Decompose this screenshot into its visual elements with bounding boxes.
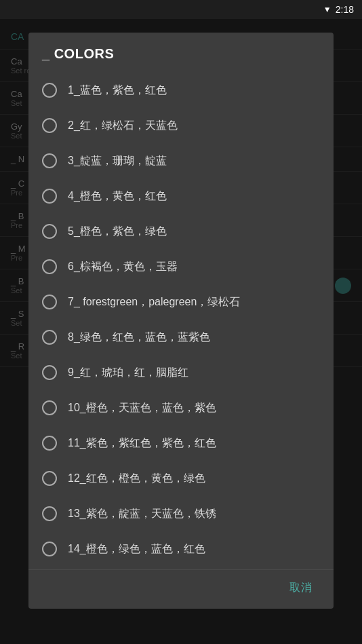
color-option-label: 4_橙色，黄色，红色 [68,189,167,204]
radio-button[interactable] [42,83,57,98]
list-item[interactable]: 13_紫色，靛蓝，天蓝色，铁锈 [28,496,334,531]
cancel-button[interactable]: 取消 [279,575,323,601]
color-options-list[interactable]: 1_蓝色，紫色，红色2_红，绿松石，天蓝色3_靛蓝，珊瑚，靛蓝4_橙色，黄色，红… [28,70,334,569]
list-item[interactable]: 1_蓝色，紫色，红色 [28,73,334,108]
radio-button[interactable] [42,542,57,556]
list-item[interactable]: 4_橙色，黄色，红色 [28,178,334,214]
color-option-label: 10_橙色，天蓝色，蓝色，紫色 [68,400,216,415]
color-option-label: 8_绿色，红色，蓝色，蓝紫色 [68,330,210,345]
list-item[interactable]: 11_紫色，紫红色，紫色，红色 [28,425,334,461]
color-option-label: 6_棕褐色，黄色，玉器 [68,259,178,274]
color-option-label: 11_紫色，紫红色，紫色，红色 [68,436,216,451]
list-item[interactable]: 12_红色，橙色，黄色，绿色 [28,461,334,496]
color-option-label: 2_红，绿松石，天蓝色 [68,118,178,133]
color-option-label: 12_红色，橙色，黄色，绿色 [68,471,205,486]
list-item[interactable]: 10_橙色，天蓝色，蓝色，紫色 [28,390,334,425]
radio-button[interactable] [42,365,57,380]
status-bar: ▼ 2:18 [0,0,362,19]
list-item[interactable]: 8_绿色，红色，蓝色，蓝紫色 [28,320,334,355]
color-option-label: 7_ forestgreen，palegreen，绿松石 [68,295,240,309]
radio-button[interactable] [42,189,57,204]
radio-button[interactable] [42,153,57,168]
color-picker-dialog: _ COLORS 1_蓝色，紫色，红色2_红，绿松石，天蓝色3_靛蓝，珊瑚，靛蓝… [28,33,334,609]
list-item[interactable]: 7_ forestgreen，palegreen，绿松石 [28,284,334,320]
color-option-label: 5_橙色，紫色，绿色 [68,224,167,239]
radio-button[interactable] [42,471,57,486]
list-item[interactable]: 5_橙色，紫色，绿色 [28,214,334,249]
list-item[interactable]: 2_红，绿松石，天蓝色 [28,108,334,143]
status-time: 2:18 [336,4,354,15]
list-item[interactable]: 9_红，琥珀，红，胭脂红 [28,355,334,390]
color-option-label: 1_蓝色，紫色，红色 [68,83,167,98]
list-item[interactable]: 14_橙色，绿色，蓝色，红色 [28,531,334,567]
radio-button[interactable] [42,259,57,274]
color-option-label: 13_紫色，靛蓝，天蓝色，铁锈 [68,506,216,521]
dialog-actions: 取消 [28,569,334,609]
radio-button[interactable] [42,400,57,415]
radio-button[interactable] [42,506,57,521]
radio-button[interactable] [42,224,57,239]
dialog-title: _ COLORS [28,33,334,70]
wifi-icon: ▼ [323,5,331,14]
list-item[interactable]: 6_棕褐色，黄色，玉器 [28,249,334,284]
radio-button[interactable] [42,330,57,345]
color-option-label: 9_红，琥珀，红，胭脂红 [68,365,188,380]
color-option-label: 3_靛蓝，珊瑚，靛蓝 [68,153,167,168]
radio-button[interactable] [42,436,57,451]
radio-button[interactable] [42,118,57,133]
list-item[interactable]: 3_靛蓝，珊瑚，靛蓝 [28,143,334,178]
color-option-label: 14_橙色，绿色，蓝色，红色 [68,542,205,556]
radio-button[interactable] [42,295,57,309]
